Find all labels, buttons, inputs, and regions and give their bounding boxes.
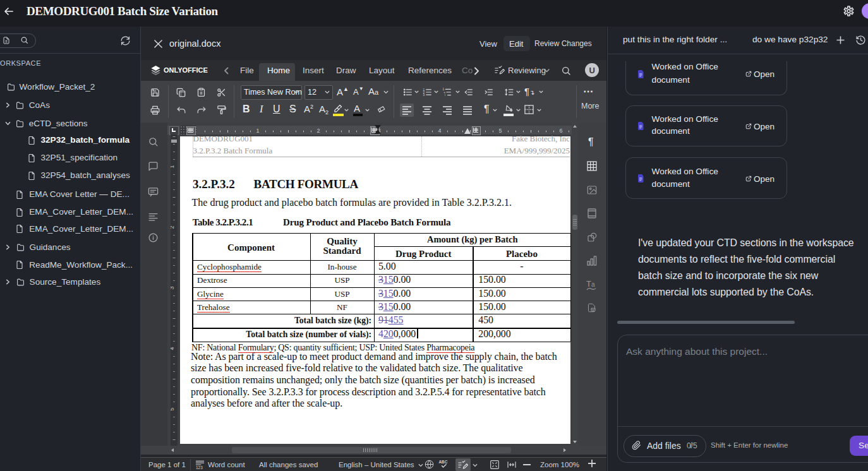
svg-text:5: 5: [171, 407, 175, 410]
svg-text:3: 3: [171, 286, 175, 289]
svg-text:1: 1: [171, 165, 175, 168]
svg-text:2: 2: [316, 128, 320, 134]
svg-text:i: i: [445, 93, 445, 97]
svg-text:1: 1: [256, 128, 259, 134]
svg-text:4: 4: [438, 128, 441, 134]
svg-text:123: 123: [196, 465, 203, 469]
svg-text:ABC: ABC: [439, 460, 448, 464]
svg-text:2: 2: [171, 225, 175, 229]
svg-text:3: 3: [423, 93, 425, 97]
svg-text:4: 4: [171, 347, 175, 350]
svg-text:6: 6: [559, 128, 562, 134]
svg-text:5: 5: [498, 128, 502, 134]
